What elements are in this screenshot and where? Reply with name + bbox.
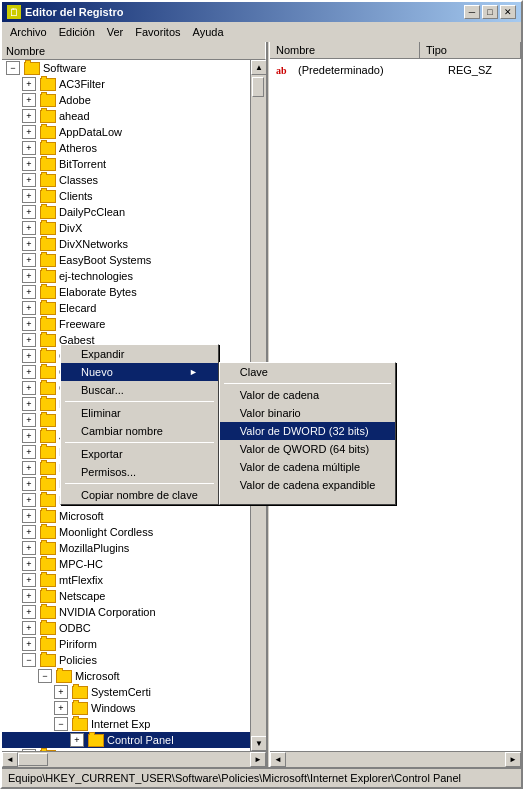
tree-item[interactable]: + Elaborate Bytes	[2, 284, 250, 300]
tree-expand-btn[interactable]: +	[22, 253, 36, 267]
ctx-sub-binario[interactable]: Valor binario	[220, 404, 396, 422]
tree-expand-btn[interactable]: −	[38, 669, 52, 683]
menu-edicion[interactable]: Edición	[53, 24, 101, 40]
tree-expand-btn[interactable]: −	[54, 717, 68, 731]
tree-expand-btn[interactable]: +	[70, 733, 84, 747]
tree-item[interactable]: + Microsoft	[2, 508, 250, 524]
tree-item[interactable]: + Moonlight Cordless	[2, 524, 250, 540]
left-scroll-left-btn[interactable]: ◄	[2, 752, 18, 767]
menu-ayuda[interactable]: Ayuda	[187, 24, 230, 40]
tree-expand-btn[interactable]: +	[22, 141, 36, 155]
tree-expand-btn[interactable]: +	[22, 349, 36, 363]
tree-item[interactable]: + mtFlexfix	[2, 572, 250, 588]
left-scroll-thumb[interactable]	[18, 753, 48, 766]
tree-expand-btn[interactable]: +	[22, 557, 36, 571]
tree-expand-btn[interactable]: +	[22, 125, 36, 139]
tree-item[interactable]: + NVIDIA Corporation	[2, 604, 250, 620]
tree-item[interactable]: + SystemCerti	[2, 684, 250, 700]
tree-item[interactable]: + BitTorrent	[2, 156, 250, 172]
ctx-sub-qword[interactable]: Valor de QWORD (64 bits)	[220, 440, 396, 458]
tree-item[interactable]: + Netscape	[2, 588, 250, 604]
vscroll-thumb[interactable]	[252, 77, 264, 97]
maximize-button[interactable]: □	[482, 5, 498, 19]
tree-item[interactable]: + Control Panel	[2, 732, 250, 748]
ctx-sub-cadena-expandible[interactable]: Valor de cadena expandible	[220, 476, 396, 494]
tree-expand-btn[interactable]: +	[22, 477, 36, 491]
ctx-eliminar[interactable]: Eliminar	[61, 404, 218, 422]
tree-item[interactable]: + ODBC	[2, 620, 250, 636]
tree-item[interactable]: + Clients	[2, 188, 250, 204]
tree-item[interactable]: − Software	[2, 60, 250, 76]
tree-expand-btn[interactable]: +	[22, 221, 36, 235]
tree-expand-btn[interactable]: +	[22, 493, 36, 507]
tree-item[interactable]: + AppDataLow	[2, 124, 250, 140]
tree-expand-btn[interactable]: +	[54, 685, 68, 699]
tree-item[interactable]: + MPC-HC	[2, 556, 250, 572]
ctx-exportar[interactable]: Exportar	[61, 445, 218, 463]
tree-expand-btn[interactable]: +	[22, 333, 36, 347]
right-scroll-left-btn[interactable]: ◄	[270, 752, 286, 767]
ctx-sub-clave[interactable]: Clave	[220, 363, 396, 381]
tree-item[interactable]: − Microsoft	[2, 668, 250, 684]
tree-expand-btn[interactable]: +	[22, 157, 36, 171]
minimize-button[interactable]: ─	[464, 5, 480, 19]
tree-item[interactable]: + Classes	[2, 172, 250, 188]
tree-expand-btn[interactable]: +	[22, 445, 36, 459]
tree-item[interactable]: + Piriform	[2, 636, 250, 652]
tree-expand-btn[interactable]: +	[22, 365, 36, 379]
ctx-permisos[interactable]: Permisos...	[61, 463, 218, 481]
ctx-cambiar-nombre[interactable]: Cambiar nombre	[61, 422, 218, 440]
tree-expand-btn[interactable]: +	[22, 109, 36, 123]
tree-expand-btn[interactable]: +	[22, 509, 36, 523]
tree-expand-btn[interactable]: +	[22, 461, 36, 475]
menu-favoritos[interactable]: Favoritos	[129, 24, 186, 40]
tree-item[interactable]: + DivXNetworks	[2, 236, 250, 252]
tree-expand-btn[interactable]: +	[22, 301, 36, 315]
tree-expand-btn[interactable]: +	[54, 701, 68, 715]
tree-item[interactable]: + Adobe	[2, 92, 250, 108]
tree-item[interactable]: + MozillaPlugins	[2, 540, 250, 556]
tree-item[interactable]: + AC3Filter	[2, 76, 250, 92]
right-hscrollbar[interactable]: ◄ ►	[270, 751, 521, 767]
tree-expand-btn[interactable]: +	[22, 605, 36, 619]
tree-expand-btn[interactable]: +	[22, 397, 36, 411]
tree-expand-btn[interactable]: +	[22, 413, 36, 427]
tree-expand-btn[interactable]: +	[22, 285, 36, 299]
tree-expand-btn[interactable]: +	[22, 237, 36, 251]
tree-expand-btn[interactable]: −	[6, 61, 20, 75]
tree-expand-btn[interactable]: +	[22, 525, 36, 539]
ctx-buscar[interactable]: Buscar...	[61, 381, 218, 399]
tree-expand-btn[interactable]: +	[22, 541, 36, 555]
close-button[interactable]: ✕	[500, 5, 516, 19]
left-scroll-right-btn[interactable]: ►	[250, 752, 266, 767]
ctx-sub-dword[interactable]: Valor de DWORD (32 bits)	[220, 422, 396, 440]
tree-item[interactable]: − Internet Exp	[2, 716, 250, 732]
menu-archivo[interactable]: Archivo	[4, 24, 53, 40]
tree-expand-btn[interactable]: +	[22, 381, 36, 395]
reg-entry-predeterminado[interactable]: ab (Predeterminado) REG_SZ	[272, 61, 519, 79]
tree-item[interactable]: − Policies	[2, 652, 250, 668]
tree-expand-btn[interactable]: +	[22, 189, 36, 203]
tree-expand-btn[interactable]: +	[22, 621, 36, 635]
left-hscrollbar[interactable]: ◄ ►	[2, 751, 266, 767]
menu-ver[interactable]: Ver	[101, 24, 130, 40]
scroll-up-btn[interactable]: ▲	[251, 60, 266, 75]
ctx-sub-cadena-multiple[interactable]: Valor de cadena múltiple	[220, 458, 396, 476]
tree-expand-btn[interactable]: +	[22, 77, 36, 91]
tree-expand-btn[interactable]: +	[22, 93, 36, 107]
tree-item[interactable]: + DailyPcClean	[2, 204, 250, 220]
tree-expand-btn[interactable]: +	[22, 429, 36, 443]
tree-expand-btn[interactable]: +	[22, 637, 36, 651]
tree-item[interactable]: + EasyBoot Systems	[2, 252, 250, 268]
tree-item[interactable]: + ej-technologies	[2, 268, 250, 284]
tree-expand-btn[interactable]: +	[22, 173, 36, 187]
tree-expand-btn[interactable]: −	[22, 653, 36, 667]
tree-expand-btn[interactable]: +	[22, 205, 36, 219]
ctx-sub-cadena[interactable]: Valor de cadena	[220, 386, 396, 404]
tree-item[interactable]: + Windows	[2, 700, 250, 716]
ctx-expandir[interactable]: Expandir	[61, 345, 218, 363]
tree-expand-btn[interactable]: +	[22, 269, 36, 283]
ctx-nuevo[interactable]: Nuevo ►	[61, 363, 218, 381]
tree-item[interactable]: + Atheros	[2, 140, 250, 156]
scroll-down-btn[interactable]: ▼	[251, 736, 266, 751]
